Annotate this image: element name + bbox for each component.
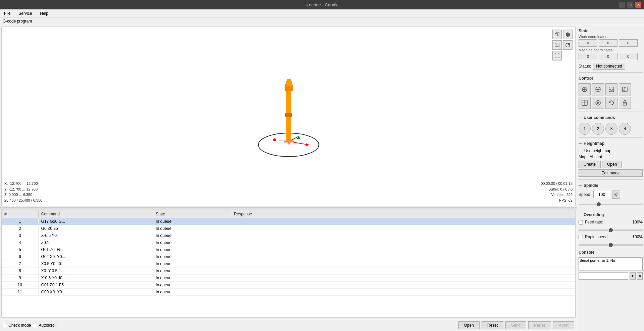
gcode-table: # Command State Response 1G17 G20 G...In… [2, 210, 575, 296]
menu-file[interactable]: File [3, 10, 12, 16]
spindle-label: Spindle [584, 183, 598, 188]
console-input[interactable] [579, 272, 628, 280]
maximize-button[interactable]: □ [627, 2, 633, 8]
cell-id: 7 [2, 260, 38, 267]
user-cmd-2-button[interactable]: 2 [592, 123, 604, 135]
user-commands-collapse[interactable]: — [579, 116, 582, 120]
spindle-collapse[interactable]: — [579, 183, 582, 188]
console-send-button[interactable]: ➤ [630, 272, 636, 280]
overriding-collapse[interactable]: — [579, 213, 582, 217]
zero-z-button[interactable] [619, 83, 631, 95]
zero-xy-button[interactable]: XY [605, 83, 617, 95]
send-button[interactable]: Send [505, 321, 526, 329]
work-y-input[interactable] [599, 39, 617, 47]
work-x-input[interactable] [579, 39, 597, 47]
table-row[interactable]: 1G17 G20 G...In queue [2, 218, 575, 225]
lock-button[interactable] [619, 97, 631, 109]
machine-x-input[interactable] [579, 53, 597, 60]
fullscreen-button[interactable] [552, 51, 562, 60]
home-button[interactable] [579, 83, 591, 95]
feed-rate-slider-container [579, 227, 643, 232]
reset-ctrl-button[interactable] [605, 97, 617, 109]
table-row[interactable]: 10G01 Z0.1 F5.In queue [2, 282, 575, 289]
table-row[interactable]: 7X0.5 Y0. I0. ...In queue [2, 260, 575, 267]
left-panel: X: -12.700 ... 12.700 Y: -12.700 ... 12.… [0, 25, 577, 331]
table-row[interactable]: 8X0. Y-0.5 I-...In queue [2, 267, 575, 275]
user-cmd-1-button[interactable]: 1 [579, 123, 591, 135]
use-heightmap-checkbox[interactable] [579, 149, 583, 153]
machine-z-input[interactable] [619, 53, 638, 60]
console-clear-button[interactable]: ✕ [637, 272, 643, 280]
bottom-toolbar: Check mode Autoscroll Open Reset Send Pa… [0, 319, 577, 331]
table-row[interactable]: 3X-0.5 Y0.In queue [2, 232, 575, 239]
coord-info: X: -12.700 ... 12.700 Y: -12.700 ... 12.… [4, 181, 42, 203]
heightmap-collapse[interactable]: — [579, 141, 582, 146]
open-button[interactable]: Open [458, 321, 480, 329]
status-value-button[interactable]: Not connected [593, 63, 625, 70]
menu-service[interactable]: Service [17, 10, 33, 16]
cell-response [231, 275, 575, 282]
user-cmd-4-button[interactable]: 4 [619, 123, 631, 135]
rapid-speed-value: 100% [631, 235, 643, 239]
use-heightmap-label: Use heightmap [584, 149, 611, 153]
edit-mode-button[interactable]: Edit mode [579, 169, 643, 177]
spindle-row: Speed: [579, 191, 643, 199]
autoscroll-label[interactable]: Autoscroll [33, 323, 56, 328]
menu-help[interactable]: Help [39, 10, 50, 16]
table-row[interactable]: 9X-0.5 Y0. I0....In queue [2, 275, 575, 282]
spindle-gear-button[interactable] [612, 191, 620, 199]
close-button[interactable]: ✕ [635, 2, 641, 8]
feed-rate-slider[interactable] [579, 230, 643, 231]
work-z-input[interactable] [619, 39, 638, 47]
safe-position-button[interactable] [579, 97, 591, 109]
minimize-button[interactable]: − [619, 2, 625, 8]
reset-button[interactable]: Reset [482, 321, 503, 329]
spindle-header: — Spindle [579, 183, 643, 188]
probe-button[interactable] [592, 83, 604, 95]
top-view-button[interactable] [552, 40, 562, 50]
speed-label: Speed: [579, 192, 591, 197]
pause-button[interactable]: Pause [528, 321, 551, 329]
user-cmd-3-button[interactable]: 3 [605, 123, 617, 135]
autoscroll-checkbox[interactable] [33, 323, 37, 327]
spindle-slider[interactable] [579, 204, 643, 205]
col-id: # [2, 210, 38, 218]
iso1-button[interactable] [552, 30, 562, 39]
cell-command: X-0.5 Y0. [38, 232, 153, 239]
svg-point-32 [597, 89, 599, 90]
overriding-label: Overriding [584, 212, 604, 217]
buffer-display: Buffer: 0 / 0 / 0 [541, 187, 573, 192]
table-row[interactable]: 4Z0.1In queue [2, 239, 575, 246]
table-row[interactable]: 5G01 Z0. F5.In queue [2, 246, 575, 253]
vertices-display: Vertices: 299 [541, 192, 573, 198]
iso2-button[interactable] [563, 30, 573, 39]
cell-command: X0.5 Y0. I0. ... [38, 260, 153, 267]
bottom-view-button[interactable] [563, 40, 573, 50]
cell-state: In queue [153, 267, 231, 275]
speed-input[interactable] [593, 191, 610, 198]
run-button[interactable] [592, 97, 604, 109]
map-label: Map: [579, 155, 588, 159]
table-row[interactable]: 11G00 X0. Y0....In queue [2, 289, 575, 296]
heightmap-section: Use heightmap Map: Absent Create Open Ed… [579, 149, 643, 177]
rapid-speed-row: Rapid speed: 100% [579, 235, 643, 239]
check-mode-label[interactable]: Check mode [3, 323, 31, 328]
map-row: Map: Absent [579, 155, 643, 159]
rapid-speed-checkbox[interactable] [579, 235, 583, 239]
menu-bar: File Service Help [0, 9, 644, 17]
open-heightmap-button[interactable]: Open [602, 161, 622, 168]
create-heightmap-button[interactable]: Create [579, 161, 601, 168]
svg-rect-22 [556, 43, 559, 46]
cell-command: X0. Y-0.5 I-... [38, 267, 153, 275]
machine-y-input[interactable] [599, 53, 617, 60]
console-output: Serial port error 1: No [579, 257, 643, 271]
table-row[interactable]: 6G02 X0. Y0....In queue [2, 253, 575, 260]
feed-rate-checkbox[interactable] [579, 220, 583, 224]
splitter-handle[interactable] [0, 207, 577, 210]
rapid-speed-slider[interactable] [579, 244, 643, 246]
status-label: Status: [579, 64, 591, 69]
table-row[interactable]: 2G0 Z0.25In queue [2, 225, 575, 232]
cell-state: In queue [153, 239, 231, 246]
abort-button[interactable]: Abort [553, 321, 574, 329]
check-mode-checkbox[interactable] [3, 323, 7, 327]
